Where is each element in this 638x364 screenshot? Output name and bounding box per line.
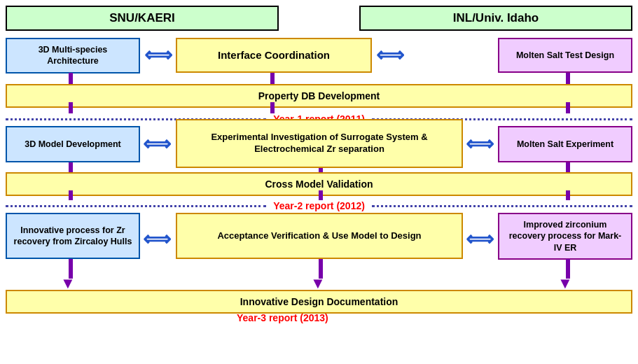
diagram-inner: SNU/KAERI INL/Univ. Idaho 3D Multi-speci… (6, 6, 632, 356)
arrow-r3-right: ⟺ (466, 227, 494, 252)
header-left: SNU/KAERI (6, 6, 279, 31)
dotted-right-2 (372, 205, 632, 207)
vline-c-1b (270, 102, 275, 113)
year2-label: Year-2 report (2012) (266, 200, 372, 211)
down-arrow-center: ▼ (310, 276, 326, 291)
bar-cross-model-label: Cross Model Validation (265, 178, 373, 190)
vline-l-1b (69, 102, 73, 113)
diagram-container: SNU/KAERI INL/Univ. Idaho 3D Multi-speci… (0, 0, 638, 364)
vline-l-2b (69, 190, 73, 200)
box-3d-arch-label: 3D Multi-species Architecture (13, 44, 133, 67)
vline-c-2b (319, 190, 323, 200)
box-innovative-proc-label: Innovative process for Zr recovery from … (13, 225, 133, 248)
box-3d-model: 3D Model Development (6, 126, 140, 162)
header-right-label: INL/Univ. Idaho (453, 11, 539, 24)
arrow-r1-left: ⟺ (143, 38, 174, 71)
box-molten-salt-test-label: Molten Salt Test Design (516, 50, 614, 61)
bar-property-db-label: Property DB Development (258, 90, 380, 102)
box-improved-zr: Improved zirconium recovery process for … (498, 213, 632, 260)
box-3d-arch: 3D Multi-species Architecture (6, 38, 140, 74)
header-right: INL/Univ. Idaho (359, 6, 632, 31)
dotted-left-2 (6, 205, 266, 207)
down-arrow-right: ▼ (557, 276, 573, 291)
box-interface-coord: Interface Coordination (176, 38, 372, 73)
box-innovative-proc: Innovative process for Zr recovery from … (6, 213, 140, 259)
bar-innovative-design: Innovative Design Documentation (6, 290, 632, 314)
vline-r-2a (566, 162, 570, 172)
vline-r-2b (566, 190, 570, 200)
bar-innovative-design-label: Innovative Design Documentation (240, 296, 398, 307)
arrow-r2-right: ⟺ (466, 132, 494, 157)
year2-line: Year-2 report (2012) (6, 200, 632, 211)
bar-property-db: Property DB Development (6, 84, 632, 108)
header-left-label: SNU/KAERI (109, 11, 175, 24)
box-molten-salt-test: Molten Salt Test Design (498, 38, 632, 73)
box-molten-salt-exp: Molten Salt Experiment (498, 126, 632, 162)
box-improved-zr-label: Improved zirconium recovery process for … (505, 219, 625, 253)
year3-label: Year-3 report (2013) (237, 312, 328, 323)
arrow-r1-right: ⟺ (375, 38, 405, 71)
arrow-r3-left: ⟺ (143, 227, 171, 252)
box-experimental-label: Experimental Investigation of Surrogate … (183, 132, 456, 155)
box-molten-salt-exp-label: Molten Salt Experiment (517, 139, 613, 150)
vline-r-1b (566, 102, 570, 113)
arrow-r2-left: ⟺ (143, 132, 171, 157)
box-acceptance-label: Acceptance Verification & Use Model to D… (217, 230, 421, 242)
vline-l-2a (69, 162, 73, 172)
box-interface-coord-label: Interface Coordination (218, 48, 330, 62)
box-experimental: Experimental Investigation of Surrogate … (176, 119, 463, 168)
box-acceptance: Acceptance Verification & Use Model to D… (176, 213, 463, 259)
box-3d-model-label: 3D Model Development (25, 139, 121, 150)
down-arrow-left: ▼ (60, 276, 76, 291)
